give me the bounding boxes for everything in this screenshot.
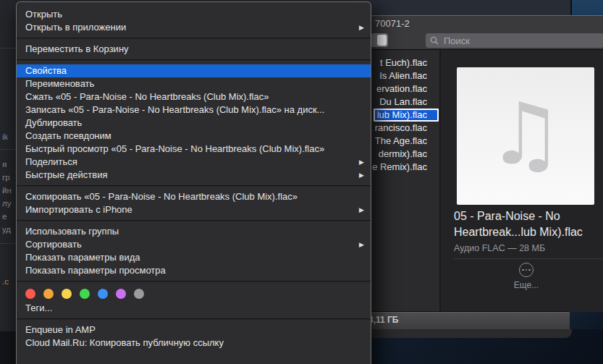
file-name: dermix).flac — [379, 148, 427, 159]
menu-item-label: Открыть — [25, 9, 62, 20]
menu-item-label: Быстрый просмотр «05 - Para-Noise - No H… — [25, 143, 324, 154]
menu-item[interactable]: Записать «05 - Para-Noise - No Heartbrea… — [17, 103, 371, 117]
tag-color-dot[interactable] — [80, 289, 90, 299]
tag-color-dot[interactable] — [98, 289, 108, 299]
menu-item-label: Дублировать — [25, 117, 82, 128]
tag-color-dot[interactable] — [62, 289, 72, 299]
screen: ikягрйнлуеуд.c 70071-2 t Euch).flacIs Al… — [0, 0, 603, 364]
menu-section: Теги... — [17, 282, 371, 318]
menu-item[interactable]: Показать параметры просмотра — [17, 264, 371, 277]
menu-item[interactable]: Теги... — [17, 302, 371, 315]
context-menu: ОткрытьОткрыть в приложении▶Переместить … — [16, 1, 371, 364]
file-name: ervation.flac — [376, 83, 427, 94]
menu-item-label: Показать параметры просмотра — [25, 265, 166, 276]
menu-item-label: Переместить в Корзину — [25, 43, 129, 54]
menu-item[interactable]: Enqueue in AMP — [17, 323, 371, 337]
preview-thumbnail: ♫ — [457, 67, 594, 205]
menu-item-label: Записать «05 - Para-Noise - No Heartbrea… — [25, 104, 324, 115]
menu-item[interactable]: Импортировать с iPhone▶ — [17, 203, 371, 216]
menu-item-label: Показать параметры вида — [25, 252, 140, 263]
submenu-arrow-icon: ▶ — [359, 169, 364, 182]
menu-section: Enqueue in AMPCloud Mail.Ru: Копировать … — [17, 320, 371, 353]
tag-color-dot[interactable] — [134, 289, 144, 299]
submenu-arrow-icon: ▶ — [359, 203, 364, 216]
menu-item[interactable]: Открыть — [17, 8, 371, 21]
menu-item[interactable]: Быстрые действия▶ — [17, 169, 371, 182]
more-button-label[interactable]: Еще... — [441, 280, 603, 290]
file-name: t Euch).flac — [380, 57, 427, 68]
file-name: Du Lan.flac — [379, 96, 427, 107]
tag-color-dot[interactable] — [116, 289, 126, 299]
menu-item[interactable]: Сортировать▶ — [17, 238, 371, 251]
clipped-text-fragment: я — [2, 160, 7, 169]
view-toggle-segment — [377, 35, 387, 46]
menu-item[interactable]: Быстрый просмотр «05 - Para-Noise - No H… — [17, 143, 371, 156]
file-name: Is Alien.flac — [379, 70, 427, 81]
menu-item-label: Сортировать — [25, 239, 82, 250]
submenu-arrow-icon: ▶ — [359, 156, 364, 169]
submenu-arrow-icon: ▶ — [359, 21, 364, 34]
menu-item-label: Enqueue in AMP — [25, 324, 96, 335]
menu-item-label: Свойства — [25, 65, 67, 76]
preview-file-title-line2: Heartbreak...lub Mix).flac — [454, 226, 583, 239]
menu-item-label: Использовать группы — [25, 226, 119, 237]
window-bottom-edge — [362, 329, 572, 338]
more-ellipsis-icon[interactable] — [519, 263, 534, 277]
menu-item[interactable]: Поделиться▶ — [17, 156, 371, 169]
file-name: The Age.flac — [375, 135, 427, 146]
background-blue-thumbnail — [572, 0, 603, 15]
search-field[interactable] — [426, 33, 603, 48]
clipped-text-fragment: .c — [2, 277, 9, 286]
menu-item[interactable]: Cloud Mail.Ru: Копировать публичную ссыл… — [17, 337, 371, 350]
clipped-text-fragment: йн — [2, 186, 12, 195]
status-free-space: 3,11 ГБ — [368, 315, 398, 325]
divider — [454, 258, 603, 259]
clipped-text-fragment: уд — [2, 225, 11, 234]
menu-item[interactable]: Открыть в приложении▶ — [17, 21, 371, 34]
menu-item-label: Теги... — [25, 302, 52, 313]
clipped-text-fragment: гр — [2, 173, 10, 182]
menu-section: Скопировать «05 - Para-Noise - No Heartb… — [17, 187, 371, 220]
menu-item[interactable]: Использовать группы — [17, 225, 371, 238]
search-icon — [430, 36, 439, 45]
file-name: rancisco.flac — [375, 122, 427, 133]
menu-item-label: Сжать «05 - Para-Noise - No Heartbreaks … — [25, 91, 269, 102]
clipped-text-fragment: лу — [2, 199, 11, 208]
tag-color-dot[interactable] — [43, 289, 54, 299]
window-title: 70071-2 — [375, 18, 410, 29]
preview-file-meta: Аудио FLAC — 28 МБ — [454, 243, 545, 253]
tag-color-row — [17, 286, 371, 302]
search-input[interactable] — [442, 35, 580, 47]
menu-item-label: Переименовать — [25, 78, 94, 89]
menu-item[interactable]: Дублировать — [17, 117, 371, 130]
file-name: e Remix).flac — [372, 161, 427, 172]
menu-item[interactable]: Скопировать «05 - Para-Noise - No Heartb… — [17, 190, 371, 203]
menu-item[interactable]: Показать параметры вида — [17, 251, 371, 264]
menu-item-label: Создать псевдоним — [25, 130, 111, 141]
music-note-icon: ♫ — [487, 91, 564, 177]
menu-item-label: Быстрые действия — [25, 169, 107, 180]
menu-item[interactable]: Переименовать — [17, 77, 371, 90]
menu-item-label: Поделиться — [25, 156, 77, 167]
menu-section: Использовать группыСортировать▶Показать … — [17, 221, 371, 281]
view-toggle-button[interactable] — [371, 33, 388, 47]
menu-item-label: Импортировать с iPhone — [25, 204, 132, 215]
file-name: lub Mix).flac — [377, 109, 427, 120]
menu-item-label: Cloud Mail.Ru: Копировать публичную ссыл… — [25, 337, 224, 348]
menu-section: ОткрытьОткрыть в приложении▶ — [17, 2, 371, 38]
submenu-arrow-icon: ▶ — [359, 238, 364, 251]
clipped-text-fragment: ik — [2, 132, 8, 141]
menu-section: Переместить в Корзину — [17, 39, 371, 59]
tag-color-dot[interactable] — [25, 289, 35, 299]
preview-file-title-line1: 05 - Para-Noise - No — [454, 210, 560, 223]
menu-item[interactable]: Сжать «05 - Para-Noise - No Heartbreaks … — [17, 90, 371, 103]
menu-section: СвойстваПереименоватьСжать «05 - Para-No… — [17, 61, 371, 185]
menu-item-label: Открыть в приложении — [25, 22, 126, 33]
clipped-text-fragment: е — [2, 212, 7, 221]
menu-item[interactable]: Создать псевдоним — [17, 130, 371, 143]
menu-item[interactable]: Свойства — [17, 64, 371, 77]
menu-item-label: Скопировать «05 - Para-Noise - No Heartb… — [25, 191, 298, 202]
menu-item[interactable]: Переместить в Корзину — [17, 43, 371, 56]
